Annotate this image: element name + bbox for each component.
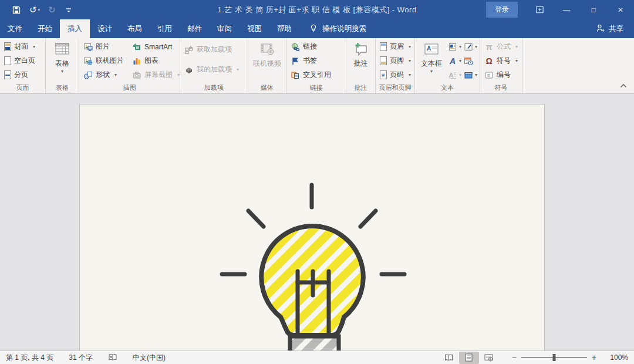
- language-indicator[interactable]: 中文(中国): [133, 353, 166, 363]
- signin-button[interactable]: 登录: [486, 2, 518, 18]
- read-mode-button[interactable]: [439, 352, 459, 364]
- lightbulb-icon: [309, 23, 318, 35]
- bookmark-icon: [291, 56, 300, 66]
- web-layout-button[interactable]: [479, 352, 499, 364]
- bookmark-button[interactable]: 书签: [288, 55, 334, 67]
- header-icon: [380, 42, 387, 51]
- online-pictures-icon: [83, 56, 93, 66]
- online-video-icon: [259, 41, 275, 58]
- number-button[interactable]: # 编号: [481, 69, 521, 81]
- group-media: 联机视频 媒体: [248, 38, 286, 93]
- smartart-icon: [132, 42, 141, 52]
- save-icon[interactable]: [12, 5, 21, 15]
- online-video-button: 联机视频: [249, 38, 285, 83]
- textbox-button[interactable]: A 文本框 ▾: [416, 38, 447, 83]
- tab-references[interactable]: 引用: [150, 19, 180, 38]
- tab-layout[interactable]: 布局: [120, 19, 150, 38]
- chart-icon: [132, 56, 141, 66]
- symbol-button[interactable]: Ω 符号: [481, 55, 521, 67]
- zoom-percentage[interactable]: 100%: [601, 353, 628, 362]
- ribbon: 封面 空白页 分页 页面 表格 ▾ 表格 图片 联机图片: [0, 38, 634, 94]
- tell-me-search[interactable]: 操作说明搜索: [309, 19, 366, 38]
- online-pictures-button[interactable]: 联机图片: [80, 55, 129, 67]
- screenshot-icon: [132, 70, 141, 80]
- group-text: A 文本框 ▾ ▾ A ▾ A ▾ ▾: [415, 38, 480, 93]
- pictures-button[interactable]: 图片: [80, 41, 129, 53]
- ribbon-display-options-icon[interactable]: [526, 0, 553, 19]
- footer-icon: [380, 56, 387, 65]
- tab-review[interactable]: 审阅: [210, 19, 240, 38]
- zoom-slider[interactable]: [521, 357, 587, 358]
- group-symbols: π 公式 Ω 符号 # 编号 符号: [480, 38, 522, 93]
- customize-qat-icon[interactable]: [64, 5, 73, 15]
- table-grid-icon: [54, 41, 70, 58]
- equation-button: π 公式: [481, 41, 521, 53]
- tab-file[interactable]: 文件: [0, 19, 30, 38]
- svg-text:A: A: [449, 72, 454, 79]
- wordart-button[interactable]: A ▾: [447, 55, 463, 67]
- maximize-button[interactable]: □: [580, 0, 607, 19]
- collapse-ribbon-icon[interactable]: [620, 80, 627, 90]
- print-layout-button[interactable]: [459, 352, 479, 364]
- my-addins-button: 我的加载项: [181, 63, 242, 76]
- blank-page-button[interactable]: 空白页: [1, 55, 38, 67]
- lightbulb-illustration[interactable]: [195, 182, 430, 350]
- tab-design[interactable]: 设计: [90, 19, 120, 38]
- header-button[interactable]: 页眉: [377, 41, 414, 53]
- footer-button[interactable]: 页脚: [377, 55, 414, 67]
- share-button[interactable]: 共享: [596, 19, 634, 38]
- page-number-icon: #: [380, 70, 387, 79]
- group-comments: 批注 批注: [346, 38, 376, 93]
- tab-help[interactable]: 帮助: [269, 19, 299, 38]
- proofing-icon[interactable]: [108, 353, 117, 362]
- get-addins-button: 获取加载项: [181, 43, 242, 56]
- group-addins: 获取加载项 我的加载项 加载项: [180, 38, 248, 93]
- quick-parts-button[interactable]: ▾: [447, 41, 463, 53]
- cover-page-button[interactable]: 封面: [1, 41, 38, 53]
- page-break-button[interactable]: 分页: [1, 69, 38, 81]
- date-time-button[interactable]: [463, 55, 478, 67]
- shapes-button[interactable]: 形状: [80, 69, 129, 81]
- quick-parts-icon: [448, 42, 457, 52]
- close-button[interactable]: ✕: [607, 0, 634, 19]
- zoom-slider-handle[interactable]: [552, 354, 555, 361]
- group-table: 表格 ▾ 表格: [46, 38, 79, 93]
- page-number-button[interactable]: #页码: [377, 69, 414, 81]
- word-count[interactable]: 31 个字: [69, 353, 93, 363]
- cross-reference-icon: [291, 70, 300, 80]
- table-button[interactable]: 表格 ▾: [47, 38, 77, 83]
- get-addins-icon: [184, 45, 194, 55]
- object-button[interactable]: ▾: [463, 69, 478, 81]
- object-icon: [464, 70, 473, 80]
- zoom-in-button[interactable]: +: [587, 353, 601, 362]
- document-page[interactable]: [79, 104, 545, 350]
- signature-line-button[interactable]: ▾: [463, 41, 478, 53]
- undo-icon[interactable]: ↺▾: [29, 5, 40, 14]
- svg-text:A: A: [427, 45, 431, 52]
- link-button[interactable]: 链接: [288, 41, 334, 53]
- page-indicator[interactable]: 第 1 页, 共 4 页: [6, 353, 53, 363]
- group-links: 链接 书签 交叉引用 链接: [286, 38, 346, 93]
- person-add-icon: [596, 23, 605, 35]
- group-header-footer: 页眉 页脚 #页码 页眉和页脚: [376, 38, 415, 93]
- zoom-out-button[interactable]: −: [507, 353, 521, 362]
- tab-mailings[interactable]: 邮件: [180, 19, 210, 38]
- cross-reference-button[interactable]: 交叉引用: [288, 69, 334, 81]
- tab-view[interactable]: 视图: [240, 19, 269, 38]
- smartart-button[interactable]: SmartArt: [129, 41, 178, 53]
- date-time-icon: [464, 56, 473, 66]
- wordart-icon: A: [448, 56, 457, 66]
- tab-insert[interactable]: 插入: [60, 19, 90, 38]
- bulb-base: [290, 336, 339, 350]
- pictures-icon: [83, 42, 93, 52]
- drop-cap-icon: A: [448, 70, 457, 80]
- screenshot-button: 屏幕截图: [129, 69, 178, 81]
- comment-button[interactable]: 批注: [348, 38, 374, 83]
- quick-access-toolbar: ↺▾ ↻: [0, 5, 73, 15]
- tab-home[interactable]: 开始: [30, 19, 60, 38]
- minimize-button[interactable]: —: [553, 0, 580, 19]
- my-addins-icon: [184, 65, 194, 75]
- page-break-icon: [4, 70, 11, 79]
- redo-icon: ↻: [48, 5, 56, 14]
- chart-button[interactable]: 图表: [129, 55, 178, 67]
